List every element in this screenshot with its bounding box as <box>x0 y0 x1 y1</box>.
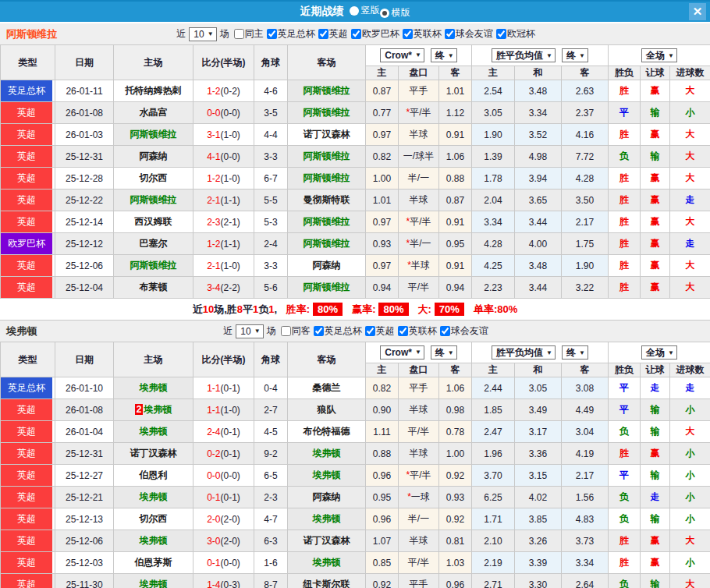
odds-handicap: *半/一 <box>399 233 439 255</box>
avg-draw: 3.17 <box>515 421 562 443</box>
filters: 近 10▼ 场 同客 英足总杯英超英联杯球会友谊 <box>222 324 488 338</box>
league-filter-checkbox[interactable]: 英超 <box>317 27 348 41</box>
league-filter-checkbox[interactable]: 英超 <box>364 324 395 338</box>
odds-time-select[interactable]: 终▼ <box>431 345 457 360</box>
odds-away: 1.12 <box>439 102 472 124</box>
odds-company-select[interactable]: Crow*▼ <box>380 48 424 62</box>
result-handicap: 输 <box>641 574 670 588</box>
team-sections: 阿斯顿维拉 近 10▼ 场 同主 英足总杯英超欧罗巴杯英联杯球会友谊欧冠杯 类型… <box>0 23 710 588</box>
table-header-row: 类型日期主场比分(半场)角球客场 Crow*▼终▼ 胜平负均值▼终▼ 全场▼ <box>1 342 710 363</box>
competition-badge: 英超 <box>1 530 52 551</box>
league-filter-checkbox[interactable]: 英联杯 <box>396 324 437 338</box>
avg-draw: 3.34 <box>515 102 562 124</box>
result-handicap: 赢 <box>641 255 670 277</box>
layout-radio-group: 竖版横版 <box>350 4 410 19</box>
checkbox-input[interactable] <box>281 326 291 336</box>
checkbox-input[interactable] <box>234 29 244 39</box>
result-handicap: 输 <box>641 146 670 168</box>
odds-handicap: 半球 <box>399 530 439 552</box>
odds-time-select[interactable]: 终▼ <box>431 48 457 62</box>
same-venue-checkbox[interactable]: 同主 <box>233 27 264 41</box>
avg-draw: 3.05 <box>515 377 562 399</box>
close-button[interactable]: ✕ <box>689 3 706 20</box>
score: 0-1(0-1) <box>193 487 254 508</box>
recent-count-select[interactable]: 10▼ <box>189 27 216 41</box>
checkbox-input[interactable] <box>314 326 324 336</box>
league-filter-checkbox[interactable]: 欧罗巴杯 <box>350 27 399 41</box>
odds-company-select[interactable]: Crow*▼ <box>380 345 424 360</box>
layout-radio-vertical[interactable]: 竖版 <box>350 4 380 17</box>
league-filter-checkbox[interactable]: 英足总杯 <box>265 27 315 41</box>
avg-select[interactable]: 胜平负均值▼ <box>492 48 556 62</box>
away-team: 桑德兰 <box>288 377 366 399</box>
corners: 2-3 <box>254 487 288 508</box>
match-row: 英超 25-11-30 埃弗顿 1-4(0-3) 8-7 纽卡斯尔联 0.92 … <box>1 574 710 588</box>
avg-draw: 3.30 <box>515 574 562 588</box>
home-team: 埃弗顿 <box>114 377 193 399</box>
away-team: 阿斯顿维拉 <box>288 233 366 255</box>
avg-away: 4.28 <box>562 168 609 190</box>
match-date: 25-12-22 <box>55 190 114 211</box>
avg-time-select[interactable]: 终▼ <box>562 48 588 62</box>
odds-away: 0.96 <box>439 574 472 588</box>
checkbox-input[interactable] <box>440 326 450 336</box>
avg-away: 1.75 <box>562 233 609 255</box>
checkbox-input[interactable] <box>445 29 455 39</box>
odds-handicap: *平/半 <box>399 465 439 487</box>
corners: 3-3 <box>254 146 288 168</box>
scope-select[interactable]: 全场▼ <box>641 345 677 360</box>
league-filter-checkbox[interactable]: 欧冠杯 <box>495 27 535 41</box>
checkbox-input[interactable] <box>398 326 408 336</box>
checkbox-input[interactable] <box>351 29 361 39</box>
odds-home: 0.92 <box>366 574 399 588</box>
same-venue-checkbox[interactable]: 同客 <box>279 324 311 338</box>
layout-radio-horizontal[interactable]: 横版 <box>380 6 410 19</box>
competition-badge: 英超 <box>1 552 52 573</box>
home-team: 伯恩茅斯 <box>114 552 193 574</box>
column-header: 角球 <box>254 342 288 377</box>
home-team: 阿斯顿维拉 <box>114 124 193 146</box>
corners: 5-3 <box>254 211 288 233</box>
league-filter-checkbox[interactable]: 英足总杯 <box>312 324 362 338</box>
team-bar: 埃弗顿 近 10▼ 场 同客 英足总杯英超英联杯球会友谊 <box>0 321 710 342</box>
checkbox-input[interactable] <box>267 29 277 39</box>
avg-away: 2.63 <box>562 80 609 102</box>
checkbox-input[interactable] <box>365 326 375 336</box>
competition-cell: 英超 <box>1 530 55 552</box>
table-header-row: 类型日期主场比分(半场)角球客场 Crow*▼终▼ 胜平负均值▼终▼ 全场▼ <box>1 45 710 66</box>
competition-cell: 英超 <box>1 211 55 233</box>
competition-badge: 英超 <box>1 508 52 530</box>
competition-cell: 英足总杯 <box>1 377 55 399</box>
scope-select[interactable]: 全场▼ <box>641 48 677 62</box>
checkbox-input[interactable] <box>403 29 413 39</box>
match-row: 英超 25-12-28 切尔西 1-2(1-0) 6-7 阿斯顿维拉 1.00 … <box>1 168 710 190</box>
sub-column-header: 盘口 <box>399 66 439 80</box>
away-team: 阿斯顿维拉 <box>288 168 366 190</box>
titlebar: 近期战绩 竖版横版 ✕ <box>0 0 710 22</box>
odds-away: 0.95 <box>439 233 472 255</box>
odds-handicap: 平手 <box>399 574 439 588</box>
sub-column-header: 客 <box>439 66 472 80</box>
match-date: 25-12-14 <box>55 211 114 233</box>
score: 0-0(0-0) <box>193 465 254 487</box>
recent-count-select[interactable]: 10▼ <box>236 324 263 338</box>
avg-time-select[interactable]: 终▼ <box>562 345 588 360</box>
odds-home: 0.90 <box>366 399 399 421</box>
competition-badge: 英超 <box>1 255 52 276</box>
score: 3-4(2-2) <box>193 277 254 299</box>
sub-column-header: 胜负 <box>609 363 641 377</box>
avg-draw: 3.48 <box>515 255 562 277</box>
league-filter-checkbox[interactable]: 球会友谊 <box>438 324 488 338</box>
column-header: 客场 <box>288 342 366 377</box>
league-filter-checkbox[interactable]: 英联杯 <box>401 27 442 41</box>
avg-draw: 3.36 <box>515 443 562 465</box>
avg-select[interactable]: 胜平负均值▼ <box>492 345 556 360</box>
odds-handicap: 平手 <box>399 377 439 399</box>
result-goals: 小 <box>670 102 710 124</box>
result-handicap: 赢 <box>641 124 670 146</box>
sub-column-header: 盘口 <box>399 363 439 377</box>
league-filter-checkbox[interactable]: 球会友谊 <box>443 27 493 41</box>
team-section: 阿斯顿维拉 近 10▼ 场 同主 英足总杯英超欧罗巴杯英联杯球会友谊欧冠杯 类型… <box>0 23 710 321</box>
checkbox-input[interactable] <box>318 29 328 39</box>
checkbox-input[interactable] <box>496 29 506 39</box>
